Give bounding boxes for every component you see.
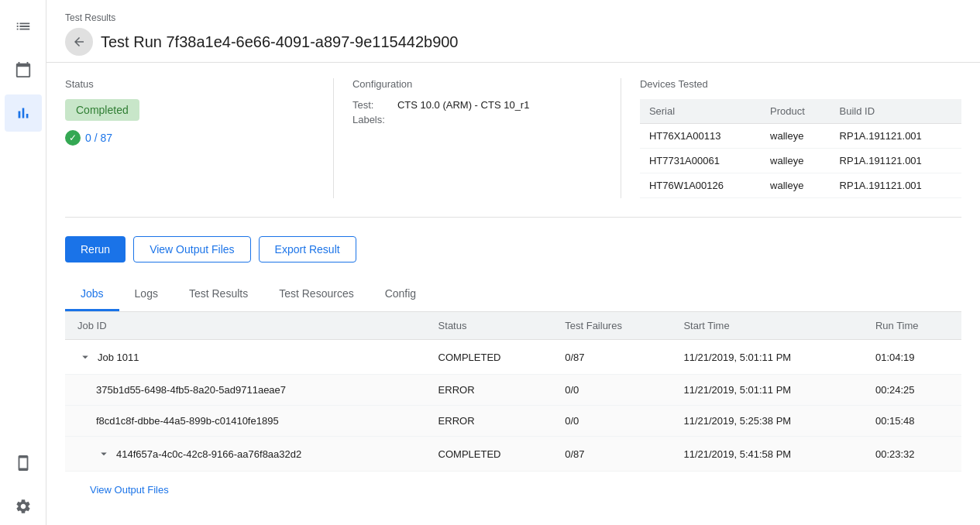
config-test-row: Test: CTS 10.0 (ARM) - CTS 10_r1: [352, 99, 621, 111]
config-test-value: CTS 10.0 (ARM) - CTS 10_r1: [397, 99, 530, 111]
title-row: Test Run 7f38a1e4-6e66-4091-a897-9e11544…: [65, 28, 961, 56]
view-output-link[interactable]: View Output Files: [77, 478, 181, 502]
jobs-col-failures: Test Failures: [552, 312, 671, 340]
tab-config[interactable]: Config: [370, 278, 432, 311]
job-start-time: 11/21/2019, 5:01:11 PM: [671, 375, 863, 406]
action-row: Rerun View Output Files Export Result: [65, 236, 961, 262]
tab-jobs[interactable]: Jobs: [65, 278, 119, 311]
page-title: Test Run 7f38a1e4-6e66-4091-a897-9e11544…: [101, 33, 459, 51]
sidebar-item-device[interactable]: [5, 444, 42, 482]
device-product: walleye: [761, 149, 830, 173]
job-failures: 0/0: [552, 375, 671, 406]
device-serial: HT7731A00061: [640, 149, 761, 173]
job-start-time: 11/21/2019, 5:25:38 PM: [671, 406, 863, 437]
device-build: RP1A.191121.001: [830, 173, 961, 198]
view-output-link-row: View Output Files: [65, 472, 961, 508]
job-status: ERROR: [426, 406, 553, 437]
jobs-col-start: Start Time: [671, 312, 863, 340]
jobs-col-runtime: Run Time: [863, 312, 961, 340]
collapse-icon[interactable]: [77, 349, 93, 365]
tab-logs[interactable]: Logs: [119, 278, 174, 311]
config-labels-row: Labels:: [352, 114, 621, 125]
devices-block: Devices Tested Serial Product Build ID H…: [621, 78, 961, 198]
view-output-button[interactable]: View Output Files: [133, 236, 250, 262]
content-area: Status Completed ✓ 0 / 87 Configuration …: [46, 63, 980, 523]
tab-test-results[interactable]: Test Results: [174, 278, 263, 311]
device-product: walleye: [761, 124, 830, 149]
job-status: COMPLETED: [426, 437, 553, 472]
breadcrumb: Test Results: [65, 12, 961, 23]
job-start-time: 11/21/2019, 5:01:11 PM: [671, 340, 863, 375]
devices-col-build: Build ID: [830, 99, 961, 124]
sidebar-item-chart[interactable]: [5, 94, 42, 132]
jobs-col-id: Job ID: [65, 312, 426, 340]
device-serial: HT76W1A00126: [640, 173, 761, 198]
job-failures: 0/87: [552, 340, 671, 375]
job-id-cell: 414f657a-4c0c-42c8-9166-aa76f8aa32d2: [65, 437, 426, 472]
job-id-value: 414f657a-4c0c-42c8-9166-aa76f8aa32d2: [116, 448, 301, 460]
devices-table: Serial Product Build ID HT76X1A00113 wal…: [640, 99, 961, 198]
device-serial: HT76X1A00113: [640, 124, 761, 149]
job-failures: 0/0: [552, 406, 671, 437]
config-block: Configuration Test: CTS 10.0 (ARM) - CTS…: [333, 78, 621, 198]
jobs-table-row: 414f657a-4c0c-42c8-9166-aa76f8aa32d2 COM…: [65, 437, 961, 472]
jobs-table-row: f8cd1c8f-dbbe-44a5-899b-c01410fe1895 ERR…: [65, 406, 961, 437]
sidebar-item-calendar[interactable]: [5, 51, 42, 88]
job-run-time: 01:04:19: [863, 340, 961, 375]
job-id-cell: 375b1d55-6498-4fb5-8a20-5ad9711aeae7: [65, 375, 426, 406]
collapse-icon[interactable]: [96, 446, 112, 462]
job-id-value: Job 1011: [98, 352, 139, 363]
back-button[interactable]: [65, 28, 93, 56]
tabs-bar: JobsLogsTest ResultsTest ResourcesConfig: [65, 278, 961, 312]
job-run-time: 00:24:25: [863, 375, 961, 406]
sidebar: [0, 0, 46, 525]
export-result-button[interactable]: Export Result: [259, 236, 356, 262]
tab-test-resources[interactable]: Test Resources: [263, 278, 369, 311]
sidebar-item-list[interactable]: [5, 8, 42, 45]
job-failures: 0/87: [552, 437, 671, 472]
page-header: Test Results Test Run 7f38a1e4-6e66-4091…: [46, 0, 980, 63]
jobs-table-row: Job 1011 COMPLETED 0/87 11/21/2019, 5:01…: [65, 340, 961, 375]
jobs-table-row: 375b1d55-6498-4fb5-8a20-5ad9711aeae7 ERR…: [65, 375, 961, 406]
config-labels-key: Labels:: [352, 114, 391, 125]
score-check-icon: ✓: [65, 130, 81, 146]
status-badge: Completed: [65, 99, 139, 121]
job-id-value: 375b1d55-6498-4fb5-8a20-5ad9711aeae7: [96, 384, 286, 396]
job-start-time: 11/21/2019, 5:41:58 PM: [671, 437, 863, 472]
rerun-button[interactable]: Rerun: [65, 236, 126, 262]
score-row: ✓ 0 / 87: [65, 130, 333, 146]
job-status: COMPLETED: [426, 340, 553, 375]
device-build: RP1A.191121.001: [830, 149, 961, 173]
device-row: HT76X1A00113 walleye RP1A.191121.001: [640, 124, 961, 149]
devices-col-product: Product: [761, 99, 830, 124]
config-label: Configuration: [352, 78, 621, 90]
job-id-cell: Job 1011: [65, 340, 426, 375]
config-test-key: Test:: [352, 99, 391, 111]
score-value: 0 / 87: [85, 132, 112, 144]
device-row: HT7731A00061 walleye RP1A.191121.001: [640, 149, 961, 173]
job-status: ERROR: [426, 375, 553, 406]
main-content: Test Results Test Run 7f38a1e4-6e66-4091…: [46, 0, 980, 525]
job-id-cell: f8cd1c8f-dbbe-44a5-899b-c01410fe1895: [65, 406, 426, 437]
devices-col-serial: Serial: [640, 99, 761, 124]
job-id-value: f8cd1c8f-dbbe-44a5-899b-c01410fe1895: [96, 415, 279, 427]
devices-label: Devices Tested: [640, 78, 961, 90]
info-section: Status Completed ✓ 0 / 87 Configuration …: [65, 78, 961, 218]
job-run-time: 00:15:48: [863, 406, 961, 437]
device-product: walleye: [761, 173, 830, 198]
device-row: HT76W1A00126 walleye RP1A.191121.001: [640, 173, 961, 198]
status-block: Status Completed ✓ 0 / 87: [65, 78, 333, 198]
job-run-time: 00:23:32: [863, 437, 961, 472]
device-build: RP1A.191121.001: [830, 124, 961, 149]
sidebar-item-settings[interactable]: [5, 488, 42, 525]
jobs-table: Job ID Status Test Failures Start Time R…: [65, 312, 961, 472]
status-label: Status: [65, 78, 333, 90]
jobs-col-status: Status: [426, 312, 553, 340]
